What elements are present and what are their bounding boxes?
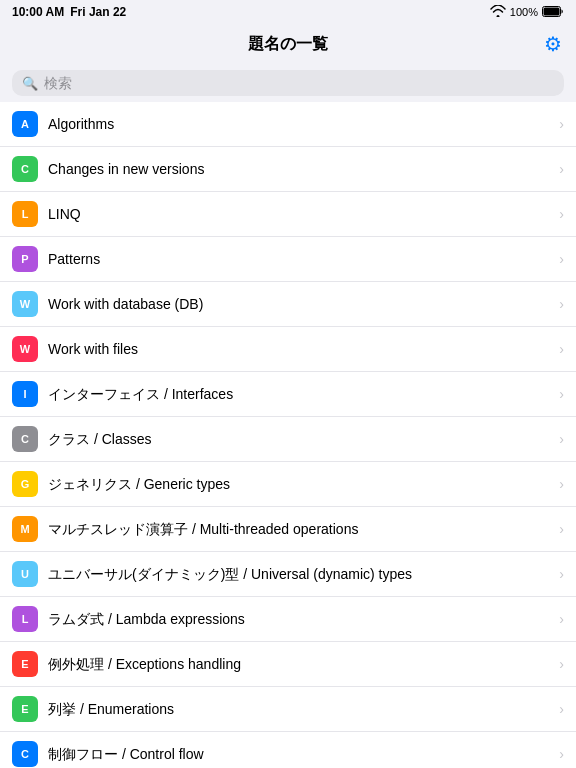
item-label: Changes in new versions (48, 160, 553, 178)
list-item[interactable]: AAlgorithms› (0, 102, 576, 147)
item-label: インターフェイス / Interfaces (48, 385, 553, 403)
search-input[interactable] (44, 75, 554, 91)
item-label: ジェネリクス / Generic types (48, 475, 553, 493)
item-label: Algorithms (48, 115, 553, 133)
chevron-right-icon: › (559, 611, 564, 627)
list-item[interactable]: Iインターフェイス / Interfaces› (0, 372, 576, 417)
item-icon: U (12, 561, 38, 587)
chevron-right-icon: › (559, 161, 564, 177)
item-icon: A (12, 111, 38, 137)
list-item[interactable]: Lラムダ式 / Lambda expressions› (0, 597, 576, 642)
item-label: Patterns (48, 250, 553, 268)
item-icon: C (12, 156, 38, 182)
list-item[interactable]: C制御フロー / Control flow› (0, 732, 576, 768)
chevron-right-icon: › (559, 206, 564, 222)
item-icon: W (12, 336, 38, 362)
wifi-icon (490, 5, 506, 19)
item-label: Work with files (48, 340, 553, 358)
list-item[interactable]: Uユニバーサル(ダイナミック)型 / Universal (dynamic) t… (0, 552, 576, 597)
item-icon: C (12, 426, 38, 452)
battery-icon (542, 6, 564, 19)
nav-bar: 題名の一覧 ⚙ (0, 24, 576, 64)
status-date: Fri Jan 22 (70, 5, 126, 19)
status-bar: 10:00 AM Fri Jan 22 100% (0, 0, 576, 24)
chevron-right-icon: › (559, 116, 564, 132)
chevron-right-icon: › (559, 566, 564, 582)
item-label: 列挙 / Enumerations (48, 700, 553, 718)
item-icon: M (12, 516, 38, 542)
item-icon: C (12, 741, 38, 767)
item-label: クラス / Classes (48, 430, 553, 448)
gear-icon[interactable]: ⚙ (544, 32, 562, 56)
page-title: 題名の一覧 (248, 34, 328, 55)
list-item[interactable]: LLINQ› (0, 192, 576, 237)
item-icon: P (12, 246, 38, 272)
item-icon: W (12, 291, 38, 317)
item-icon: L (12, 201, 38, 227)
list-item[interactable]: E例外処理 / Exceptions handling› (0, 642, 576, 687)
list-item[interactable]: E列挙 / Enumerations› (0, 687, 576, 732)
chevron-right-icon: › (559, 251, 564, 267)
item-label: LINQ (48, 205, 553, 223)
battery-label: 100% (510, 6, 538, 18)
list-item[interactable]: WWork with files› (0, 327, 576, 372)
list-item[interactable]: PPatterns› (0, 237, 576, 282)
chevron-right-icon: › (559, 386, 564, 402)
list-item[interactable]: WWork with database (DB)› (0, 282, 576, 327)
chevron-right-icon: › (559, 431, 564, 447)
item-icon: E (12, 696, 38, 722)
item-icon: E (12, 651, 38, 677)
search-icon: 🔍 (22, 76, 38, 91)
chevron-right-icon: › (559, 701, 564, 717)
chevron-right-icon: › (559, 521, 564, 537)
chevron-right-icon: › (559, 656, 564, 672)
list-item[interactable]: Cクラス / Classes› (0, 417, 576, 462)
item-label: マルチスレッド演算子 / Multi-threaded operations (48, 520, 553, 538)
chevron-right-icon: › (559, 476, 564, 492)
item-label: ユニバーサル(ダイナミック)型 / Universal (dynamic) ty… (48, 565, 553, 583)
item-label: 制御フロー / Control flow (48, 745, 553, 763)
search-bar: 🔍 (0, 64, 576, 102)
item-icon: L (12, 606, 38, 632)
chevron-right-icon: › (559, 341, 564, 357)
list-item[interactable]: Gジェネリクス / Generic types› (0, 462, 576, 507)
item-icon: G (12, 471, 38, 497)
chevron-right-icon: › (559, 296, 564, 312)
svg-rect-1 (544, 7, 560, 15)
item-label: Work with database (DB) (48, 295, 553, 313)
list-container: AAlgorithms›CChanges in new versions›LLI… (0, 102, 576, 768)
item-label: 例外処理 / Exceptions handling (48, 655, 553, 673)
chevron-right-icon: › (559, 746, 564, 762)
item-icon: I (12, 381, 38, 407)
list-item[interactable]: CChanges in new versions› (0, 147, 576, 192)
list-item[interactable]: Mマルチスレッド演算子 / Multi-threaded operations› (0, 507, 576, 552)
status-time: 10:00 AM (12, 5, 64, 19)
item-label: ラムダ式 / Lambda expressions (48, 610, 553, 628)
